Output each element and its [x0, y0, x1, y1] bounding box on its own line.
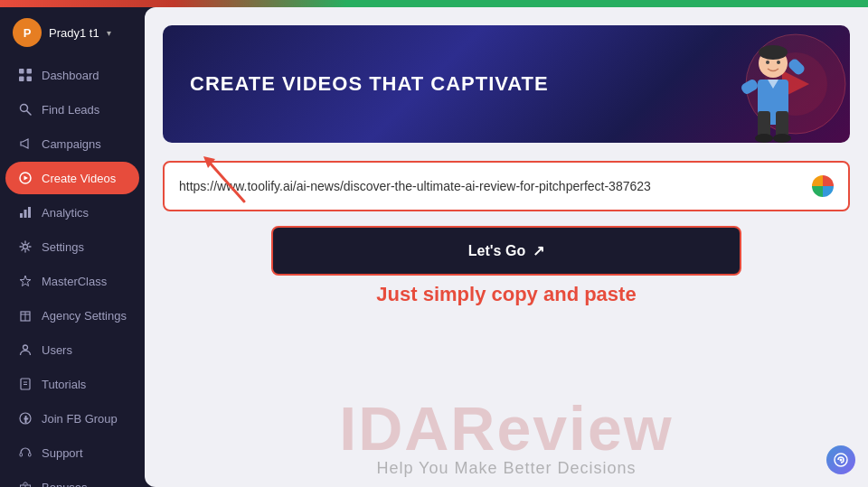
annotation-area: https://www.toolify.ai/ai-news/discover-…: [163, 161, 850, 211]
url-input-container[interactable]: https://www.toolify.ai/ai-news/discover-…: [163, 161, 850, 211]
url-input[interactable]: https://www.toolify.ai/ai-news/discover-…: [179, 179, 812, 193]
user-name: Prady1 t1: [49, 26, 99, 40]
sidebar: P Prady1 t1 ▾ Dashboard: [0, 7, 145, 487]
main-content: CREATE VIDEOS THAT CAPTIVATE: [145, 7, 868, 487]
svg-rect-21: [20, 454, 23, 457]
sidebar-item-bonuses[interactable]: Bonuses: [5, 471, 139, 487]
svg-marker-7: [24, 176, 29, 181]
sidebar-item-support[interactable]: Support: [5, 436, 139, 469]
sidebar-label-users: Users: [42, 343, 72, 357]
banner-text: CREATE VIDEOS THAT CAPTIVATE: [190, 72, 549, 96]
sidebar-item-settings[interactable]: Settings: [5, 230, 139, 263]
watermark-container: IDAReview Help You Make Better Decisions: [145, 398, 868, 478]
banner-person: [732, 25, 814, 143]
sidebar-item-tutorials[interactable]: Tutorials: [5, 368, 139, 400]
sidebar-label-settings: Settings: [42, 240, 84, 254]
sidebar-item-masterclass[interactable]: MasterClass: [5, 265, 139, 297]
megaphone-icon: [18, 136, 33, 151]
sidebar-item-join-fb-group[interactable]: Join FB Group: [5, 402, 139, 435]
sidebar-label-join-fb-group: Join FB Group: [42, 412, 118, 426]
svg-point-30: [759, 45, 788, 60]
svg-marker-12: [20, 276, 31, 286]
sidebar-label-support: Support: [42, 446, 83, 460]
user-profile[interactable]: P Prady1 t1 ▾: [0, 7, 145, 58]
star-icon: [18, 274, 33, 288]
watermark-main: IDAReview: [145, 398, 868, 459]
user-icon: [18, 342, 33, 357]
watermark-sub: Help You Make Better Decisions: [145, 459, 868, 478]
svg-rect-31: [740, 78, 760, 95]
svg-point-35: [755, 134, 773, 143]
svg-point-11: [24, 245, 28, 249]
book-icon: [18, 377, 33, 391]
chart-icon: [18, 205, 33, 220]
sidebar-label-analytics: Analytics: [42, 206, 89, 220]
arrow-icon: ↗: [533, 242, 544, 259]
svg-rect-0: [19, 69, 24, 74]
chevron-down-icon: ▾: [107, 28, 111, 38]
svg-rect-10: [28, 207, 31, 218]
sidebar-label-campaigns: Campaigns: [42, 137, 101, 151]
grid-icon: [18, 68, 33, 82]
sidebar-label-find-leads: Find Leads: [42, 103, 99, 117]
svg-point-42: [840, 459, 843, 462]
play-circle-icon: [18, 171, 33, 185]
building-icon: [18, 308, 33, 323]
sidebar-label-dashboard: Dashboard: [42, 69, 99, 82]
copy-paste-annotation: Just simply copy and paste: [163, 283, 850, 306]
sidebar-item-agency-settings[interactable]: Agency Settings: [5, 299, 139, 332]
search-icon: [18, 102, 33, 117]
svg-point-37: [766, 61, 769, 64]
button-wrapper: Let's Go ↗: [163, 226, 850, 276]
gear-icon: [18, 239, 33, 254]
svg-rect-2: [19, 77, 24, 82]
sidebar-item-create-videos[interactable]: Create Videos: [5, 162, 139, 194]
banner: CREATE VIDEOS THAT CAPTIVATE: [163, 25, 850, 143]
sidebar-item-dashboard[interactable]: Dashboard: [5, 59, 139, 91]
svg-rect-3: [27, 77, 33, 82]
svg-point-38: [777, 61, 780, 64]
svg-rect-32: [787, 57, 806, 76]
svg-rect-9: [24, 210, 27, 218]
sidebar-item-campaigns[interactable]: Campaigns: [5, 127, 139, 160]
headset-icon: [18, 445, 33, 460]
svg-rect-1: [27, 69, 33, 74]
sidebar-label-create-videos: Create Videos: [42, 172, 116, 185]
lets-go-button[interactable]: Let's Go ↗: [271, 226, 741, 276]
svg-rect-22: [29, 454, 32, 457]
sidebar-label-tutorials: Tutorials: [42, 378, 86, 391]
svg-rect-8: [20, 213, 23, 218]
bottom-right-ai-icon[interactable]: [826, 445, 855, 474]
gift-icon: [18, 480, 33, 487]
avatar: P: [13, 18, 42, 47]
sidebar-item-analytics[interactable]: Analytics: [5, 196, 139, 229]
svg-line-5: [27, 111, 32, 116]
sidebar-item-users[interactable]: Users: [5, 333, 139, 366]
sidebar-label-masterclass: MasterClass: [42, 275, 107, 288]
sidebar-label-agency-settings: Agency Settings: [42, 309, 127, 323]
facebook-icon: [18, 411, 33, 426]
colorful-icon[interactable]: [812, 175, 834, 197]
lets-go-label: Let's Go: [468, 243, 525, 259]
sidebar-label-bonuses: Bonuses: [42, 481, 88, 488]
top-bar: [0, 0, 868, 7]
svg-point-36: [773, 134, 791, 143]
svg-point-16: [24, 345, 28, 350]
sidebar-item-find-leads[interactable]: Find Leads: [5, 93, 139, 126]
